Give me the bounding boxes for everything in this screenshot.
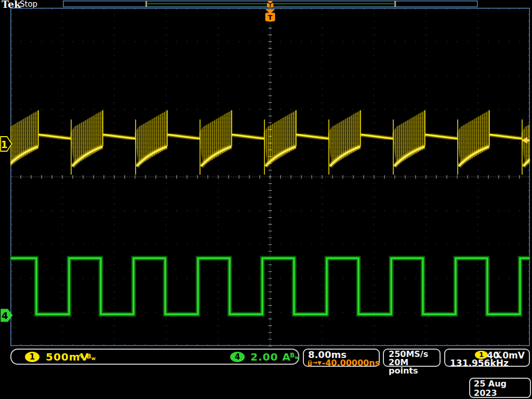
record-view-left-bracket[interactable] [145,1,147,7]
trigger-readout-box[interactable]: 1 X 40.0mV 131.956kHz [444,349,530,367]
datetime-box: 25 Aug 2023 10:49:33 [469,378,531,398]
bandwidth-limit-icon: Bw [87,353,96,360]
trigger-t-icon: T [308,360,312,366]
svg-text:T: T [269,3,272,8]
record-bar-trigger-marker[interactable]: T [267,1,273,8]
ch4-badge[interactable]: 4 [230,352,245,362]
acquisition-status: Stop [20,0,37,9]
trigger-level-arrow[interactable] [522,137,530,143]
ch1-reference-marker[interactable]: 1 [1,137,11,151]
ch1-badge[interactable]: 1 [25,352,39,362]
channel-readout-box[interactable]: 1 500mV ∿ Bw 4 2.00 A Bw [10,349,299,365]
trigger-position-readout: T→▼-40.00000ns [308,359,379,367]
scope-display: T T 1 4 [0,0,532,399]
trigger-position-marker[interactable]: T [265,9,275,22]
tek-logo: Tek [2,0,21,10]
horizontal-readout-box[interactable]: 8.00ms T→▼-40.00000ns [303,349,380,367]
record-length: 20M points [389,358,440,375]
record-view-right-bracket[interactable] [394,1,396,7]
waveform-layer [6,110,532,314]
date-label: 25 Aug 2023 [474,379,530,398]
trigger-position-value: -40.00000ns [322,359,380,367]
graticule-grid [11,8,529,346]
record-view-bar[interactable]: T [63,1,477,8]
svg-text:1: 1 [1,139,8,150]
arrow-right-icon: → [312,359,317,367]
oscilloscope-screen: Tek Stop 1 500mV ∿ Bw 4 2.00 A Bw 8.00ms… [0,0,532,399]
ch4-reference-marker[interactable]: 4 [1,309,12,322]
ac-coupling-icon: ∿ [78,352,84,360]
svg-text:4: 4 [2,310,8,321]
trigger-marker-icon: ▼ [317,359,322,367]
bandwidth-limit-icon: Bw [290,352,299,360]
trigger-frequency: 131.956kHz [450,358,509,368]
graticule-frame [11,8,529,345]
svg-text:T: T [268,14,273,21]
ch4-vertical-scale[interactable]: 2.00 A [250,351,291,363]
ch1-coupling-bandwidth-icons: ∿ Bw [78,352,96,361]
acquisition-readout-box[interactable]: 250MS/s 20M points [383,349,441,367]
